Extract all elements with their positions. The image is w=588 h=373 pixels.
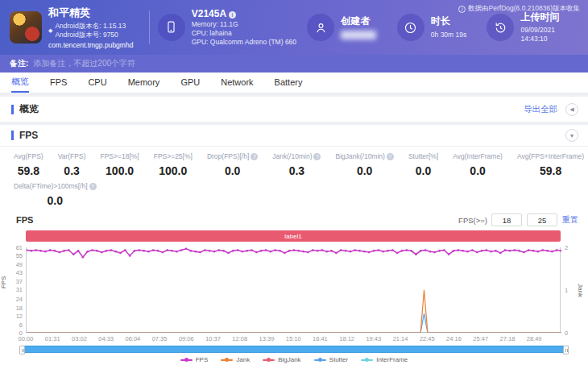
- device-block: V2145A i Memory: 11.1G CPU: lahaina GPU:…: [158, 8, 307, 48]
- x-axis-tick-label: 18:12: [339, 335, 354, 342]
- overview-card: 概览 导出全部 ◀: [0, 97, 588, 122]
- duration-label: 时长: [431, 15, 466, 28]
- metric-avg-fps: Avg(FPS) 59.8: [6, 152, 51, 177]
- collapse-section-button[interactable]: ▼: [565, 129, 578, 142]
- legend-label: FPS: [196, 356, 209, 363]
- history-clock-icon: [487, 14, 514, 41]
- x-axis-tick-label: 01:31: [45, 335, 60, 342]
- fps-threshold-label: FPS(>=): [458, 216, 487, 225]
- fps-metrics-row-2: Delta(FTime)>100ms[/h]? 0.0: [0, 177, 588, 207]
- y-axis-tick-label: 31: [2, 286, 23, 293]
- tab-memory[interactable]: Memory: [128, 73, 160, 93]
- device-info-icon[interactable]: i: [229, 11, 236, 19]
- x-axis-tick-label: 19:43: [366, 335, 381, 342]
- metric-var-fps: Var(FPS) 0.3: [51, 152, 93, 177]
- legend-label: BigJank: [278, 356, 300, 363]
- fps-section-title: FPS: [19, 130, 38, 141]
- info-icon[interactable]: ?: [387, 153, 394, 160]
- x-axis-tick-label: 27:18: [500, 335, 516, 342]
- collect-info-text: 数据由PerfDog(6.0.210836)版本收集: [468, 4, 580, 14]
- datazoom-handle-left[interactable]: [19, 346, 25, 354]
- report-header: i 数据由PerfDog(6.0.210836)版本收集 和平精英 ◆ Andr…: [0, 0, 588, 55]
- fps-chart-box: label1 FPS Jank 61554943373124181260 210…: [0, 230, 588, 367]
- legend-item-interframe[interactable]: InterFrame: [361, 356, 408, 363]
- metric-avg-interframe: Avg(InterFrame) 0.0: [445, 152, 510, 177]
- metric-bigjank: BigJank(/10min)? 0.0: [328, 152, 400, 177]
- fps-threshold-input-2[interactable]: [527, 213, 557, 226]
- x-axis-tick-label: 25:47: [473, 335, 488, 342]
- y-axis-tick-label: 24: [2, 296, 23, 303]
- device-cpu: CPU: lahaina: [192, 29, 296, 38]
- metric-fps-ge-18: FPS>=18[%] 100.0: [93, 152, 146, 177]
- metric-jank: Jank(/10min)? 0.3: [265, 152, 328, 177]
- chart-annotation-bar[interactable]: label1: [26, 230, 561, 242]
- creator-value-redacted: [341, 31, 376, 39]
- fps-metrics-row: Avg(FPS) 59.8 Var(FPS) 0.3 FPS>=18[%] 10…: [0, 147, 588, 177]
- legend-item-bigjank[interactable]: BigJank: [263, 356, 300, 363]
- x-axis-tick-label: 04:33: [98, 335, 114, 342]
- tab-battery[interactable]: Battery: [275, 73, 303, 93]
- right-axis-tick-label: 1: [565, 287, 568, 294]
- legend-item-stutter[interactable]: Stutter: [314, 356, 349, 363]
- y-axis-tick-label: 55: [2, 252, 23, 259]
- tab-network[interactable]: Network: [221, 73, 253, 93]
- tab-fps[interactable]: FPS: [50, 73, 67, 93]
- fps-chart-controls: FPS FPS(>=) 重置: [0, 207, 588, 226]
- legend-item-jank[interactable]: Jank: [221, 356, 250, 363]
- info-icon[interactable]: ?: [251, 153, 258, 160]
- duration-value: 0h 30m 19s: [431, 31, 466, 39]
- legend-marker: [180, 359, 193, 361]
- device-gpu: GPU: Qualcomm Adreno (TM) 660: [192, 38, 296, 47]
- app-package: com.tencent.tmgp.pubgmhd: [48, 41, 133, 49]
- info-icon[interactable]: ?: [313, 153, 321, 160]
- right-axis-tick-label: 2: [565, 244, 568, 251]
- metric-avg-fps-interframe: Avg(FPS+InterFrame) 59.8: [510, 152, 588, 177]
- y-axis-tick-label: 18: [2, 305, 23, 312]
- device-memory: Memory: 11.1G: [192, 20, 296, 29]
- overview-title: 概览: [19, 102, 39, 116]
- datazoom-handle-right[interactable]: [563, 346, 569, 354]
- datazoom-slider[interactable]: [19, 346, 569, 353]
- device-model: V2145A i: [192, 8, 296, 21]
- x-axis-tick-label: 24:16: [446, 335, 462, 342]
- fps-chart-plot[interactable]: [26, 247, 561, 333]
- fps-threshold-input-1[interactable]: [491, 213, 522, 226]
- app-block: 和平精英 ◆ Android版本名: 1.15.13 Android版本号: 9…: [10, 6, 141, 48]
- tab-gpu[interactable]: GPU: [180, 73, 200, 93]
- metric-delta-ftime: Delta(FTime)>100ms[/h]? 0.0: [6, 182, 104, 207]
- info-icon[interactable]: ?: [89, 183, 97, 190]
- tab-bar: 概览 FPS CPU Memory GPU Network Battery: [0, 73, 588, 93]
- x-axis-tick-label: 07:35: [152, 335, 168, 342]
- chart-legend: FPSJankBigJankStutterInterFrame: [0, 356, 588, 363]
- chart-annotation-label: label1: [284, 233, 301, 240]
- note-input[interactable]: 添加备注，不超过200个字符: [33, 58, 135, 69]
- legend-label: Jank: [236, 356, 250, 363]
- duration-block: 时长 0h 30m 19s: [397, 14, 487, 41]
- upload-block: 上传时间 09/09/2021 14:43:10: [487, 11, 578, 44]
- phone-icon: [158, 14, 185, 41]
- note-bar[interactable]: 备注: 添加备注，不超过200个字符: [0, 55, 588, 73]
- legend-item-fps[interactable]: FPS: [180, 356, 209, 363]
- fps-chart[interactable]: [27, 247, 561, 333]
- x-axis-tick-label: 16:41: [313, 335, 328, 342]
- x-axis-tick-label: 28:49: [527, 335, 542, 342]
- reset-link[interactable]: 重置: [562, 214, 578, 226]
- collect-info: i 数据由PerfDog(6.0.210836)版本收集: [458, 4, 580, 14]
- y-axis-tick-label: 12: [2, 313, 23, 320]
- app-icon: [10, 11, 42, 44]
- tab-cpu[interactable]: CPU: [88, 73, 106, 93]
- x-axis-tick-label: 21:14: [393, 335, 408, 342]
- export-all-link[interactable]: 导出全部: [524, 104, 557, 115]
- x-axis-tick-label: 12:08: [232, 335, 247, 342]
- x-axis-tick-label: 22:45: [420, 335, 435, 342]
- y-axis-tick-label: 6: [2, 321, 23, 329]
- app-name: 和平精英: [48, 6, 133, 20]
- clock-icon: [397, 14, 424, 41]
- creator-block: 创建者: [307, 14, 397, 41]
- y-axis-tick-label: 49: [2, 261, 23, 268]
- collapse-left-button[interactable]: ◀: [565, 103, 578, 116]
- metric-drop-fps: Drop(FPS)[/h]? 0.0: [200, 152, 265, 177]
- upload-value: 09/09/2021 14:43:10: [520, 26, 578, 44]
- y-axis-tick-label: 43: [2, 269, 23, 276]
- tab-overview[interactable]: 概览: [11, 73, 29, 93]
